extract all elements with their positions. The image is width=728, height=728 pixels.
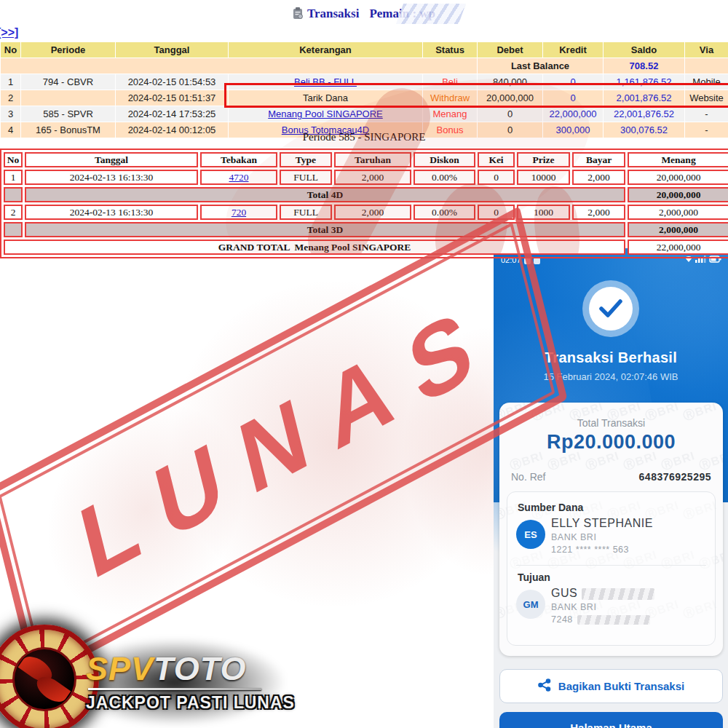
cell-tanggal: 2024-02-14 17:53:25: [116, 106, 229, 122]
last-balance-label: Last Balance: [478, 58, 604, 74]
total-transaksi-label: Total Transaksi: [499, 417, 723, 429]
share-icon: [538, 678, 551, 694]
col-tebakan: Tebakan: [200, 152, 277, 167]
censored-account: [577, 615, 650, 625]
source-name: ELLY STEPHANIE: [551, 517, 709, 530]
destination-account: 7248: [551, 614, 709, 625]
last-balance-value: 708.52: [604, 58, 685, 74]
destination-section-label: Tujuan: [518, 571, 715, 583]
cell-kredit: 0: [543, 74, 604, 90]
bank-receipt-screenshot: 02:07 Transaksi Berhasil 15 Februari 202…: [494, 248, 728, 728]
cell-periode: [21, 90, 116, 106]
bet-row: 2 2024-02-13 16:13:30 720 FULL 2,000 0.0…: [4, 205, 728, 220]
cell-debet: 0: [478, 106, 543, 122]
keterangan-link[interactable]: Beli BB - FULL: [294, 76, 357, 87]
cell-kei: 0: [478, 170, 515, 185]
cell-via: Mobile: [685, 74, 728, 90]
total-transaksi-amount: Rp20.000.000: [499, 431, 723, 454]
cell-diskon: 0.00%: [414, 170, 475, 185]
col-status: Status: [423, 42, 478, 58]
col-bayar: Bayar: [572, 152, 625, 167]
cell-no: 2: [1, 90, 21, 106]
cell-status: Menang: [423, 106, 478, 122]
col-diskon: Diskon: [414, 152, 475, 167]
total-4d-row: Total 4D 20,000,000: [4, 187, 728, 202]
share-receipt-button[interactable]: Bagikan Bukti Transaksi: [499, 669, 723, 703]
col-no: No: [1, 42, 21, 58]
keterangan-link[interactable]: Menang Pool SINGAPORE: [268, 108, 383, 119]
brand-name-silver: TOTO: [154, 650, 246, 687]
col-via: Via: [685, 42, 728, 58]
cell-no: 1: [1, 74, 21, 90]
ref-value: 648376925295: [639, 471, 711, 483]
cell-saldo: 22,001,876.52: [604, 106, 685, 122]
col-taruhan: Taruhan: [334, 152, 411, 167]
page-title-text: Transaksi: [307, 7, 360, 20]
source-section-label: Sumber Dana: [518, 502, 715, 513]
col-tanggal: Tanggal: [116, 42, 229, 58]
brand-block: SPVTOTO JACKPOT PASTI LUNAS: [86, 651, 295, 713]
last-balance-row: Last Balance 708.52: [1, 58, 728, 74]
col-type: Type: [280, 152, 332, 167]
source-party: ES ELLY STEPHANIE BANK BRI 1221 **** ***…: [507, 513, 715, 561]
share-button-label: Bagikan Bukti Transaksi: [558, 680, 684, 692]
cell-type: FULL: [280, 205, 332, 220]
col-menang: Menang: [628, 152, 728, 167]
cell-no: 1: [4, 170, 23, 185]
bet-detail-table: No Tanggal Tebakan Type Taruhan Diskon K…: [0, 149, 728, 258]
cell-keterangan: Tarik Dana: [229, 90, 423, 106]
screen: TransaksiPemain : wp [>>] No Periode Tan…: [0, 0, 728, 728]
cell-tanggal: 2024-02-13 16:13:30: [25, 170, 198, 185]
total-3d-label: Total 3D: [25, 222, 625, 237]
total-4d-value: 20,000,000: [628, 187, 728, 202]
col-tanggal: Tanggal: [25, 152, 198, 167]
avatar: GM: [516, 590, 545, 619]
lunas-stamp: LUNAS: [0, 206, 567, 683]
tebakan-link[interactable]: 4720: [229, 172, 249, 183]
lunas-stamp-text: LUNAS: [50, 282, 503, 607]
periode-caption: Periode 585 - SINGAPORE: [0, 131, 728, 143]
col-kei: Kei: [478, 152, 515, 167]
cell-tanggal: 2024-02-15 01:54:53: [116, 74, 229, 90]
table-row: 3 585 - SPVR 2024-02-14 17:53:25 Menang …: [1, 106, 728, 122]
bet-row: 1 2024-02-13 16:13:30 4720 FULL 2,000 0.…: [4, 170, 728, 185]
cell-saldo: 1,161,876.52: [604, 74, 685, 90]
col-periode: Periode: [21, 42, 116, 58]
censored-name: [582, 588, 654, 600]
divider: [516, 565, 706, 566]
home-button[interactable]: Halaman Utama: [499, 712, 723, 728]
cell-kredit: 0: [543, 90, 604, 106]
cell-via: -: [685, 106, 728, 122]
cell-bayar: 2,000: [572, 205, 625, 220]
receipt-datetime: 15 Februari 2024, 02:07:46 WIB: [494, 371, 728, 382]
col-kredit: Kredit: [543, 42, 604, 58]
col-debet: Debet: [478, 42, 543, 58]
source-account: 1221 **** **** 563: [551, 545, 709, 555]
cell-kei: 0: [478, 205, 515, 220]
col-saldo: Saldo: [604, 42, 685, 58]
col-no: No: [4, 152, 23, 167]
cell-bayar: 2,000: [572, 170, 625, 185]
pagination-next-link[interactable]: [>>]: [0, 26, 18, 39]
total-3d-row: Total 3D 2,000,000: [4, 222, 728, 237]
cell-prize: 10000: [517, 170, 570, 185]
brand-name-gold: SPV: [86, 650, 154, 687]
cell-via: Website: [685, 90, 728, 106]
cell-diskon: 0.00%: [414, 205, 475, 220]
cell-prize: 1000: [517, 205, 570, 220]
cell-debet: 20,000,000: [478, 90, 543, 106]
page-title: TransaksiPemain : wp: [0, 7, 728, 23]
tebakan-link[interactable]: 720: [232, 207, 246, 218]
destination-bank: BANK BRI: [551, 602, 709, 612]
cell-periode: 585 - SPVR: [21, 106, 116, 122]
transactions-header-row: No Periode Tanggal Keterangan Status Deb…: [1, 42, 728, 58]
grand-total-value: 22,000,000: [628, 240, 728, 255]
reference-row: No. Ref 648376925295: [499, 471, 723, 483]
cell-menang: 2,000,000: [628, 205, 728, 220]
cell-type: FULL: [280, 170, 332, 185]
cell-no: 2: [4, 205, 23, 220]
grand-total-row: GRAND TOTAL Menang Pool SINGAPORE 22,000…: [4, 240, 728, 255]
cell-debet: 840,000: [478, 74, 543, 90]
home-button-label: Halaman Utama: [570, 721, 652, 728]
avatar: ES: [516, 520, 545, 549]
